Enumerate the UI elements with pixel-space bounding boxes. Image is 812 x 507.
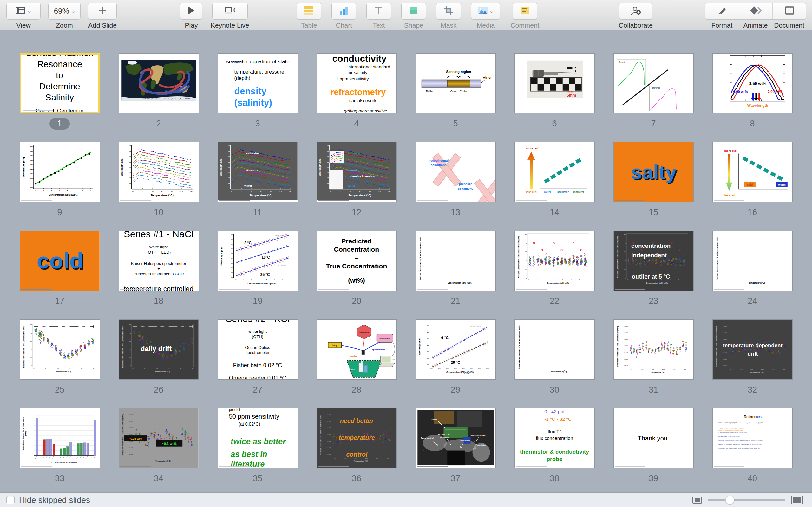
keynote-live-button[interactable] (212, 3, 248, 20)
slide-thumbnail-27[interactable]: Series #2 - KClwhite light(QTH)Ocean Opt… (217, 320, 298, 380)
slide-thumbnail-17[interactable]: coldcold (20, 231, 100, 291)
mask-button[interactable] (436, 3, 461, 20)
slide-thumbnail-38[interactable]: random concentrations, temperatures0 - 4… (514, 408, 595, 468)
slide-thumbnail-21[interactable]: Predicted Concentration – True Concentra… (415, 231, 496, 291)
slide-thumbnail-16[interactable]: more redless redcoldwarm (712, 142, 793, 202)
slide-number-40[interactable]: 40 (748, 474, 757, 484)
slide-thumbnail-28[interactable]: temperaturelampspectrometeroptical fiber… (316, 320, 397, 380)
slide-number-25[interactable]: 25 (55, 385, 64, 395)
slide-number-1[interactable]: 1 (49, 118, 69, 130)
slide-number-32[interactable]: 32 (748, 385, 757, 395)
slide-number-39[interactable]: 39 (649, 474, 658, 484)
slide-thumbnail-23[interactable]: 1.510.50-0.5-101234567Concentration NaCl… (613, 231, 694, 291)
view-button[interactable]: ⌄ (6, 3, 41, 20)
slide-thumbnail-14[interactable]: more redless redwaterseawatersaltwater (514, 142, 595, 202)
slide-thumbnail-34[interactable]: 0.6000.4000.2000.000-0.200-0.400-0.600>0… (119, 408, 199, 468)
slide-thumbnail-7[interactable]: SampleReference (613, 53, 694, 113)
slide-number-30[interactable]: 30 (550, 385, 559, 395)
slide-thumbnail-12[interactable]: 660655650645640635630625051015202530salt… (316, 142, 397, 202)
slide-number-3[interactable]: 3 (255, 119, 260, 129)
slide-number-36[interactable]: 36 (352, 474, 361, 484)
slide-thumbnail-25[interactable]: DAY 3DAY 2DAY 11.510.50-0.5-10510152025T… (20, 320, 100, 380)
play-button[interactable] (180, 3, 202, 20)
slide-number-34[interactable]: 34 (154, 474, 163, 484)
slide-thumbnail-31[interactable]: 0.6000.4000.2000.000-0.200-0.400-0.6005.… (613, 320, 694, 380)
slide-thumbnail-5[interactable]: Sensing regionMirrorBufferCore + Cr/Au (415, 53, 496, 113)
slide-number-33[interactable]: 33 (55, 474, 64, 484)
table-button[interactable] (297, 3, 321, 20)
shape-button[interactable] (401, 3, 426, 20)
zoom-out-slides-icon[interactable] (693, 497, 702, 504)
slide-thumbnail-3[interactable]: seawater equation of state:temperature, … (217, 53, 298, 113)
slide-number-4[interactable]: 4 (354, 119, 359, 129)
slide-thumbnail-32[interactable]: 0.6000.4000.2000.000-0.200-0.400-0.6005.… (712, 320, 793, 380)
zoom-in-slides-icon[interactable] (791, 496, 803, 504)
slide-number-31[interactable]: 31 (649, 385, 658, 395)
chart-button[interactable] (332, 3, 356, 20)
slide-thumbnail-4[interactable]: conductivityinternational standard for s… (316, 53, 397, 113)
slide-number-12[interactable]: 12 (352, 208, 361, 217)
slide-number-21[interactable]: 21 (451, 296, 460, 306)
slide-thumbnail-15[interactable]: saltysalty (613, 142, 694, 202)
slide-number-20[interactable]: 20 (352, 296, 361, 306)
slide-number-22[interactable]: 22 (550, 296, 559, 306)
slide-number-18[interactable]: 18 (154, 296, 163, 306)
animate-button[interactable] (739, 3, 772, 19)
comment-button[interactable] (513, 3, 537, 20)
slide-thumbnail-22[interactable]: 1.510.50-0.5-101234567Concentration NaCl… (514, 231, 595, 291)
slide-thumbnail-29[interactable]: 6556506456406356306250.0001.0002.0003.00… (415, 320, 496, 380)
slide-number-29[interactable]: 29 (451, 385, 460, 395)
slide-thumbnail-35[interactable]: predict50 ppm sensitivity(at 0.02°C)twic… (217, 408, 298, 468)
slide-thumbnail-26[interactable]: DAY 3DAY 2DAY 11.510.50-0.5-10510152025T… (119, 320, 199, 380)
slide-number-10[interactable]: 10 (154, 208, 163, 217)
slide-number-6[interactable]: 6 (552, 119, 557, 129)
slide-thumbnail-30[interactable]: Predicted Concentration – True Concentra… (514, 320, 595, 380)
slide-thumbnail-19[interactable]: 665660655650645640635630625620012345672 … (217, 231, 298, 291)
hide-skipped-checkbox[interactable] (6, 496, 14, 504)
slide-thumbnail-18[interactable]: Series #1 - NaClwhite light(QTH + LED)Ka… (119, 231, 199, 291)
slide-number-17[interactable]: 17 (55, 296, 64, 306)
media-button[interactable]: ⌄ (471, 3, 500, 20)
slide-number-11[interactable]: 11 (253, 208, 262, 217)
slide-number-7[interactable]: 7 (651, 119, 656, 129)
slide-thumbnail-39[interactable]: Thank you. (613, 408, 694, 468)
slide-number-26[interactable]: 26 (154, 385, 163, 395)
slide-number-15[interactable]: 15 (649, 208, 658, 217)
slide-thumbnail-1[interactable]: Surface PlasmonResonancetoDetermine Sali… (20, 53, 100, 113)
collaborate-button[interactable] (619, 3, 652, 20)
slide-number-9[interactable]: 9 (57, 208, 62, 217)
slide-number-14[interactable]: 14 (550, 208, 559, 217)
slide-number-19[interactable]: 19 (253, 296, 262, 306)
slide-thumbnail-9[interactable]: 66566065565064564063563062562001234567Co… (20, 142, 100, 202)
slide-number-28[interactable]: 28 (352, 385, 361, 395)
format-button[interactable] (705, 3, 739, 19)
slide-thumbnail-24[interactable]: Predicted Concentration – True Concentra… (712, 231, 793, 291)
slide-thumbnail-13[interactable]: hydrothermalconditionspressuresensitivit… (415, 142, 496, 202)
text-button[interactable] (366, 3, 391, 20)
slide-number-24[interactable]: 24 (748, 296, 757, 306)
slider-knob[interactable] (725, 496, 734, 504)
slide-number-2[interactable]: 2 (156, 119, 161, 129)
zoom-button[interactable]: 69%⌄ (48, 3, 81, 20)
document-button[interactable] (772, 3, 806, 19)
slide-number-23[interactable]: 23 (649, 296, 658, 306)
slide-thumbnail-6[interactable]: 5mm (514, 53, 595, 113)
slide-thumbnail-40[interactable]: ReferencesN.P. Fofonoff, JGR, 90 (C2), 3… (712, 408, 793, 468)
slide-thumbnail-11[interactable]: 660655650645640635630625051015202530salt… (217, 142, 298, 202)
slide-thumbnail-37[interactable]: ✕ChillerPump controlKCl and H₂Oreservoir… (415, 408, 496, 468)
slide-number-38[interactable]: 38 (550, 474, 559, 484)
add-slide-button[interactable] (88, 3, 117, 20)
slide-number-35[interactable]: 35 (253, 474, 262, 484)
thumbnail-size-slider[interactable] (708, 496, 785, 504)
slide-number-13[interactable]: 13 (451, 208, 460, 217)
slide-number-5[interactable]: 5 (453, 119, 458, 129)
slide-thumbnail-2[interactable]: CC BY-SA 3.0, https://commons.wikimedia.… (119, 53, 199, 113)
slide-number-27[interactable]: 27 (253, 385, 262, 395)
slide-thumbnail-8[interactable]: 3.50 wt%0.00 wt%7.00 wt%Wavelength (712, 53, 793, 113)
slide-number-37[interactable]: 37 (451, 474, 460, 484)
slide-thumbnail-33[interactable]: Root Mean Square Error Prediction(wt%)T1… (20, 408, 100, 468)
slide-thumbnail-20[interactable]: Predicted Concentration–True Concentrati… (316, 231, 397, 291)
slide-thumbnail-36[interactable]: 0.6000.4000.2000.000-0.200-0.400-0.6005.… (316, 408, 397, 468)
slide-number-16[interactable]: 16 (748, 208, 757, 217)
slide-number-8[interactable]: 8 (750, 119, 755, 129)
